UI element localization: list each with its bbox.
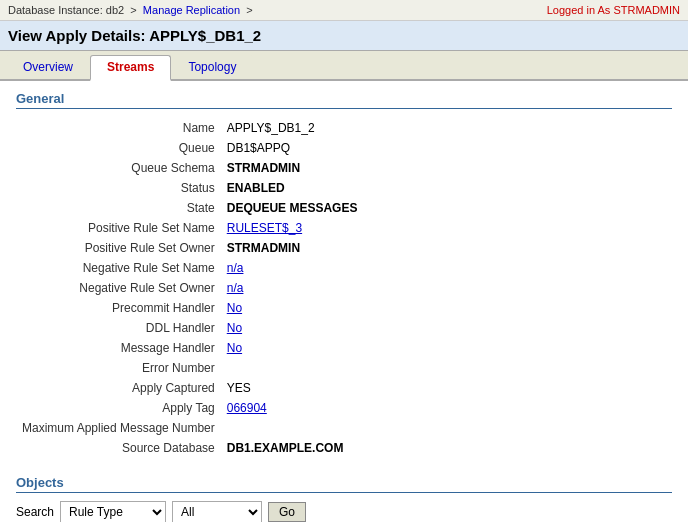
value-max-applied <box>221 419 670 437</box>
value-queue: DB1$APPQ <box>221 139 670 157</box>
ddl-link[interactable]: No <box>227 321 242 335</box>
label-apply-captured: Apply Captured <box>18 379 219 397</box>
field-source-db: Source Database DB1.EXAMPLE.COM <box>18 439 670 457</box>
field-status: Status ENABLED <box>18 179 670 197</box>
label-neg-rule-name: Negative Rule Set Name <box>18 259 219 277</box>
msg-handler-link[interactable]: No <box>227 341 242 355</box>
field-state: State DEQUEUE MESSAGES <box>18 199 670 217</box>
tab-overview[interactable]: Overview <box>6 55 90 79</box>
label-neg-rule-owner: Negative Rule Set Owner <box>18 279 219 297</box>
label-ddl: DDL Handler <box>18 319 219 337</box>
objects-section-header: Objects <box>16 475 672 493</box>
value-state: DEQUEUE MESSAGES <box>221 199 670 217</box>
search-bar: Search Rule Type Name Rule Set Type Chan… <box>16 501 672 522</box>
search-value-select[interactable]: All POSITIVE NEGATIVE <box>172 501 262 522</box>
label-queue-schema: Queue Schema <box>18 159 219 177</box>
logged-in-text: Logged in As STRMADMIN <box>547 4 680 16</box>
apply-tag-link[interactable]: 066904 <box>227 401 267 415</box>
label-apply-tag: Apply Tag <box>18 399 219 417</box>
search-type-select[interactable]: Rule Type Name Rule Set Type Change Type <box>60 501 166 522</box>
pos-rule-name-link[interactable]: RULESET$_3 <box>227 221 302 235</box>
field-apply-tag: Apply Tag 066904 <box>18 399 670 417</box>
label-error-num: Error Number <box>18 359 219 377</box>
field-queue: Queue DB1$APPQ <box>18 139 670 157</box>
label-queue: Queue <box>18 139 219 157</box>
value-name: APPLY$_DB1_2 <box>221 119 670 137</box>
value-source-db: DB1.EXAMPLE.COM <box>221 439 670 457</box>
value-queue-schema: STRMADMIN <box>221 159 670 177</box>
field-msg-handler: Message Handler No <box>18 339 670 357</box>
breadcrumb-db: Database Instance: db2 <box>8 4 124 16</box>
value-pos-rule-name: RULESET$_3 <box>221 219 670 237</box>
field-max-applied: Maximum Applied Message Number <box>18 419 670 437</box>
label-source-db: Source Database <box>18 439 219 457</box>
value-ddl: No <box>221 319 670 337</box>
neg-rule-name-link[interactable]: n/a <box>227 261 244 275</box>
go-button[interactable]: Go <box>268 502 306 522</box>
value-apply-captured: YES <box>221 379 670 397</box>
neg-rule-owner-link[interactable]: n/a <box>227 281 244 295</box>
field-queue-schema: Queue Schema STRMADMIN <box>18 159 670 177</box>
label-msg-handler: Message Handler <box>18 339 219 357</box>
value-neg-rule-name: n/a <box>221 259 670 277</box>
tab-streams[interactable]: Streams <box>90 55 171 81</box>
label-status: Status <box>18 179 219 197</box>
general-table: Name APPLY$_DB1_2 Queue DB1$APPQ Queue S… <box>16 117 672 459</box>
page-title: View Apply Details: APPLY$_DB1_2 <box>0 21 688 51</box>
label-pos-rule-owner: Positive Rule Set Owner <box>18 239 219 257</box>
breadcrumb: Database Instance: db2 > Manage Replicat… <box>8 4 253 16</box>
precommit-link[interactable]: No <box>227 301 242 315</box>
tab-topology[interactable]: Topology <box>171 55 253 79</box>
field-name: Name APPLY$_DB1_2 <box>18 119 670 137</box>
value-neg-rule-owner: n/a <box>221 279 670 297</box>
value-pos-rule-owner: STRMADMIN <box>221 239 670 257</box>
field-error-num: Error Number <box>18 359 670 377</box>
field-neg-rule-owner: Negative Rule Set Owner n/a <box>18 279 670 297</box>
tab-bar: Overview Streams Topology <box>0 51 688 81</box>
field-pos-rule-name: Positive Rule Set Name RULESET$_3 <box>18 219 670 237</box>
field-apply-captured: Apply Captured YES <box>18 379 670 397</box>
value-error-num <box>221 359 670 377</box>
label-name: Name <box>18 119 219 137</box>
breadcrumb-manage-link[interactable]: Manage Replication <box>143 4 240 16</box>
general-section-header: General <box>16 91 672 109</box>
value-apply-tag: 066904 <box>221 399 670 417</box>
main-content: General Name APPLY$_DB1_2 Queue DB1$APPQ… <box>0 81 688 522</box>
value-precommit: No <box>221 299 670 317</box>
field-pos-rule-owner: Positive Rule Set Owner STRMADMIN <box>18 239 670 257</box>
label-max-applied: Maximum Applied Message Number <box>18 419 219 437</box>
label-state: State <box>18 199 219 217</box>
value-status: ENABLED <box>221 179 670 197</box>
field-neg-rule-name: Negative Rule Set Name n/a <box>18 259 670 277</box>
field-ddl: DDL Handler No <box>18 319 670 337</box>
top-bar: Database Instance: db2 > Manage Replicat… <box>0 0 688 21</box>
label-pos-rule-name: Positive Rule Set Name <box>18 219 219 237</box>
value-msg-handler: No <box>221 339 670 357</box>
label-precommit: Precommit Handler <box>18 299 219 317</box>
field-precommit: Precommit Handler No <box>18 299 670 317</box>
search-label: Search <box>16 505 54 519</box>
